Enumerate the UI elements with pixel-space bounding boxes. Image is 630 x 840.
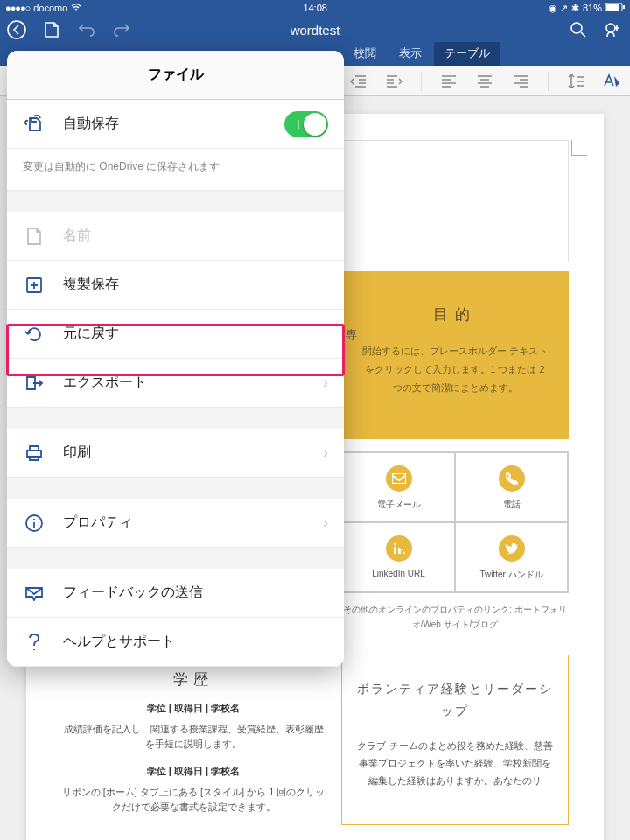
degree-line-2: 学位 | 取得日 | 学校名 — [61, 765, 326, 778]
clipped-text: 専 — [346, 327, 357, 343]
revert-row[interactable]: 元に戻す — [7, 310, 344, 359]
name-icon — [23, 225, 46, 248]
style-hint: リボンの [ホーム] タブ上にある [スタイル] から 1 回のクリックだけで必… — [61, 785, 326, 816]
resume-right-column: 目的 開始するには、プレースホルダー テキストをクリックして入力します。1 つま… — [341, 271, 569, 825]
revert-icon — [23, 323, 46, 346]
search-button[interactable] — [569, 20, 588, 39]
align-center-icon[interactable] — [476, 72, 494, 91]
name-label: 名前 — [63, 227, 91, 245]
bluetooth-icon: ✱ — [571, 3, 579, 14]
feedback-icon — [23, 582, 46, 605]
indent-increase-icon[interactable] — [385, 72, 403, 91]
twitter-icon — [499, 536, 525, 562]
duplicate-icon — [23, 274, 46, 297]
phone-icon — [499, 466, 525, 492]
help-icon — [23, 631, 46, 654]
ios-statusbar: ●●●●○ docomo 14:08 ◉ ↗ ✱ 81% — [0, 0, 630, 16]
mail-icon — [386, 466, 412, 492]
wifi-icon — [71, 3, 81, 13]
redo-button[interactable] — [112, 20, 131, 39]
line-spacing-icon[interactable] — [566, 72, 584, 91]
carrier-label: docomo — [33, 3, 67, 13]
indent-decrease-icon[interactable] — [349, 72, 368, 91]
name-row: 名前 — [7, 212, 344, 261]
svg-point-4 — [571, 23, 582, 33]
properties-label: プロパティ — [63, 514, 133, 532]
battery-icon — [606, 3, 625, 13]
export-row[interactable]: エクスポート › — [7, 359, 344, 408]
contact-twitter: Twitter ハンドル — [455, 522, 568, 592]
volunteer-title: ボランティア経験とリーダーシップ — [356, 678, 554, 722]
contact-phone: 電話 — [455, 452, 568, 522]
autosave-icon — [23, 113, 46, 136]
svg-rect-1 — [606, 4, 620, 10]
contact-linkedin: LinkedIn URL — [342, 522, 455, 592]
education-heading: 学歴 — [61, 669, 326, 690]
contact-email: 電子メール — [342, 452, 455, 522]
align-right-icon[interactable] — [512, 72, 530, 91]
volunteer-text: クラブ チームのまとめ役を務めた経験、慈善事業プロジェクトを率いた経験、学校新聞… — [356, 738, 554, 789]
align-left-icon[interactable] — [439, 72, 458, 91]
autosave-toggle[interactable]: | — [284, 111, 328, 137]
signal-dots-icon: ●●●●○ — [5, 3, 30, 13]
chevron-right-icon: › — [323, 374, 328, 392]
svg-rect-2 — [623, 5, 625, 9]
education-desc: 成績評価を記入し、関連する授業課程、受賞経歴、表彰履歴を手短に説明します。 — [61, 722, 326, 752]
revert-label: 元に戻す — [63, 325, 119, 343]
undo-button[interactable] — [77, 20, 96, 39]
tab-review[interactable]: 校閲 — [343, 42, 387, 66]
duplicate-row[interactable]: 複製保存 — [7, 261, 344, 310]
autosave-row[interactable]: 自動保存 | — [7, 100, 344, 149]
svg-point-8 — [394, 542, 396, 545]
help-label: ヘルプとサポート — [63, 633, 175, 651]
properties-row[interactable]: プロパティ › — [7, 499, 344, 548]
feedback-label: フィードバックの送信 — [63, 584, 203, 602]
file-menu-popover: ファイル 自動保存 | 変更は自動的に OneDrive に保存されます 名前 … — [7, 51, 344, 667]
export-icon — [23, 372, 46, 395]
autosave-caption: 変更は自動的に OneDrive に保存されます — [7, 149, 344, 191]
objective-text: 開始するには、プレースホルダー テキストをクリックして入力します。1 つまたは … — [360, 342, 550, 397]
export-label: エクスポート — [63, 374, 147, 392]
back-button[interactable] — [7, 20, 26, 39]
autosave-label: 自動保存 — [63, 115, 119, 133]
objective-title: 目的 — [360, 304, 550, 325]
print-label: 印刷 — [63, 444, 91, 462]
tab-view[interactable]: 表示 — [388, 42, 432, 66]
svg-rect-7 — [394, 547, 396, 554]
location-icon: ◉ ↗ — [549, 3, 568, 14]
degree-line-1: 学位 | 取得日 | 学校名 — [61, 702, 326, 715]
chevron-right-icon: › — [323, 514, 328, 532]
feedback-row[interactable]: フィードバックの送信 — [7, 569, 344, 618]
clock: 14:08 — [303, 3, 327, 13]
battery-percent: 81% — [583, 3, 602, 13]
styles-icon[interactable] — [603, 72, 621, 91]
objective-box: 目的 開始するには、プレースホルダー テキストをクリックして入力します。1 つま… — [341, 271, 569, 439]
duplicate-label: 複製保存 — [63, 276, 119, 294]
popover-title: ファイル — [7, 51, 344, 100]
print-row[interactable]: 印刷 › — [7, 429, 344, 478]
help-row[interactable]: ヘルプとサポート — [7, 618, 344, 667]
app-titlebar: wordtest — [0, 16, 630, 44]
file-menu-button[interactable] — [42, 20, 61, 39]
print-icon — [23, 442, 46, 465]
volunteer-box: ボランティア経験とリーダーシップ クラブ チームのまとめ役を務めた経験、慈善事業… — [341, 654, 569, 826]
contact-grid: 電子メール 電話 LinkedIn URL Twitter ハンドル — [341, 452, 569, 593]
info-icon — [23, 512, 46, 535]
svg-rect-6 — [392, 473, 406, 484]
linkedin-icon — [386, 536, 412, 562]
chevron-right-icon: › — [323, 444, 328, 462]
svg-point-3 — [8, 21, 25, 38]
share-button[interactable] — [604, 20, 623, 39]
svg-point-5 — [606, 24, 615, 32]
tab-table[interactable]: テーブル — [434, 42, 500, 66]
contact-caption: その他のオンラインのプロパティのリンク: ポートフォリオ/Web サイト/ブログ — [341, 602, 569, 632]
